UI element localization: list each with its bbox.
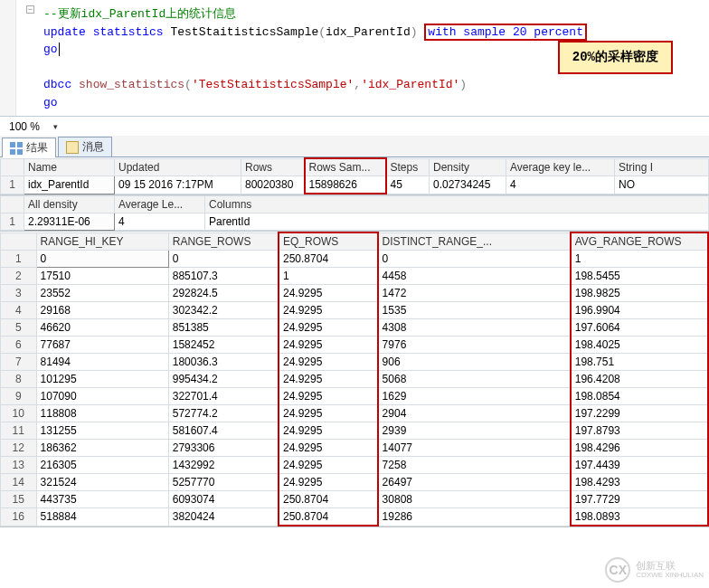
cell[interactable]: 81494 (36, 354, 168, 371)
cell[interactable]: 197.2299 (571, 405, 708, 422)
col-AvgLen[interactable]: Average Le... (115, 196, 205, 213)
cell[interactable]: 198.751 (571, 354, 708, 371)
cell[interactable]: 4308 (378, 319, 571, 337)
cell[interactable]: 198.0893 (571, 508, 708, 526)
cell[interactable]: 302342.2 (168, 302, 279, 319)
cell[interactable]: 24.9295 (279, 319, 378, 337)
table-row[interactable]: 323552292824.524.92951472198.9825 (1, 285, 709, 302)
cell[interactable]: 196.9904 (571, 302, 708, 319)
sql-editor[interactable]: − --更新idx_ParentId上的统计信息 update statisti… (0, 0, 709, 116)
cell[interactable]: 14077 (378, 440, 571, 457)
cell[interactable]: 24.9295 (279, 285, 378, 302)
cell[interactable]: 906 (378, 354, 571, 371)
cell[interactable]: 6093074 (168, 491, 279, 508)
table-row[interactable]: 781494180036.324.9295906198.751 (1, 354, 709, 371)
col-AvgKeyLen[interactable]: Average key le... (506, 158, 615, 176)
table-row[interactable]: 14321524525777024.929526497198.4293 (1, 474, 709, 491)
col-Name[interactable]: Name (24, 158, 115, 176)
table-row[interactable]: 100250.870401 (1, 251, 709, 268)
table-row[interactable]: 677687158245224.92957976198.4025 (1, 337, 709, 354)
col-Updated[interactable]: Updated (115, 158, 241, 176)
cell[interactable]: 321524 (36, 474, 168, 491)
cell[interactable]: 118808 (36, 405, 168, 422)
table-row[interactable]: 9107090322701.424.92951629198.0854 (1, 388, 709, 405)
grid3[interactable]: RANGE_HI_KEY RANGE_ROWS EQ_ROWS DISTINCT… (0, 232, 709, 527)
col-RowsSampled[interactable]: Rows Sam... (305, 158, 386, 176)
cell[interactable]: 1432992 (168, 457, 279, 474)
zoom-dropdown[interactable]: 100 % ▾ (5, 119, 60, 135)
cell[interactable]: 216305 (36, 457, 168, 474)
table-row[interactable]: 11131255581607.424.92952939197.8793 (1, 422, 709, 440)
cell[interactable]: 24.9295 (279, 302, 378, 319)
col-Rows[interactable]: Rows (241, 158, 305, 176)
cell[interactable]: 7976 (378, 337, 571, 354)
cell[interactable]: 24.9295 (279, 354, 378, 371)
cell-Rows[interactable]: 80020380 (241, 176, 305, 194)
cell[interactable]: 0 (168, 251, 279, 268)
cell-Steps[interactable]: 45 (386, 176, 430, 194)
cell[interactable]: 197.6064 (571, 319, 708, 337)
cell[interactable]: 29168 (36, 302, 168, 319)
cell[interactable]: 17510 (36, 268, 168, 285)
cell[interactable]: 1 (279, 268, 378, 285)
col-EqRows[interactable]: EQ_ROWS (279, 232, 378, 251)
cell[interactable]: 1 (571, 251, 708, 268)
fold-indicator-icon[interactable]: − (26, 5, 34, 14)
cell[interactable]: 198.4025 (571, 337, 708, 354)
cell[interactable]: 24.9295 (279, 422, 378, 440)
table-row[interactable]: 13216305143299224.92957258197.4439 (1, 457, 709, 474)
tab-messages[interactable]: 消息 (58, 137, 112, 156)
cell[interactable]: 107090 (36, 388, 168, 405)
cell-Columns[interactable]: ParentId (205, 213, 709, 231)
col-StringIndex[interactable]: String I (615, 158, 709, 176)
cell[interactable]: 186362 (36, 440, 168, 457)
table-row[interactable]: 54662085138524.92954308197.6064 (1, 319, 709, 337)
cell[interactable]: 322701.4 (168, 388, 279, 405)
cell[interactable]: 77687 (36, 337, 168, 354)
cell[interactable]: 1472 (378, 285, 571, 302)
cell[interactable]: 24.9295 (279, 371, 378, 388)
tab-results[interactable]: 结果 (2, 138, 56, 157)
col-RangeHiKey[interactable]: RANGE_HI_KEY (36, 232, 168, 251)
cell[interactable]: 885107.3 (168, 268, 279, 285)
cell[interactable]: 0 (36, 251, 168, 268)
cell[interactable]: 581607.4 (168, 422, 279, 440)
cell[interactable]: 3820424 (168, 508, 279, 526)
cell[interactable]: 197.8793 (571, 422, 708, 440)
cell[interactable]: 24.9295 (279, 405, 378, 422)
table-row[interactable]: 1 idx_ParentId 09 15 2016 7:17PM 8002038… (1, 176, 709, 194)
cell[interactable]: 518884 (36, 508, 168, 526)
cell[interactable]: 198.4296 (571, 440, 708, 457)
col-DistinctRange[interactable]: DISTINCT_RANGE_... (378, 232, 571, 251)
table-row[interactable]: 12186362279330624.929514077198.4296 (1, 440, 709, 457)
cell[interactable]: 101295 (36, 371, 168, 388)
table-row[interactable]: 429168302342.224.92951535196.9904 (1, 302, 709, 319)
cell[interactable]: 7258 (378, 457, 571, 474)
cell[interactable]: 131255 (36, 422, 168, 440)
cell[interactable]: 2904 (378, 405, 571, 422)
cell[interactable]: 197.4439 (571, 457, 708, 474)
cell[interactable]: 197.7729 (571, 491, 708, 508)
grid2[interactable]: All density Average Le... Columns 1 2.29… (0, 195, 709, 232)
cell[interactable]: 250.8704 (279, 491, 378, 508)
cell-Name[interactable]: idx_ParentId (24, 176, 115, 194)
cell[interactable]: 5068 (378, 371, 571, 388)
cell[interactable]: 198.5455 (571, 268, 708, 285)
cell[interactable]: 46620 (36, 319, 168, 337)
cell[interactable]: 196.4208 (571, 371, 708, 388)
col-Columns[interactable]: Columns (205, 196, 709, 213)
cell[interactable]: 19286 (378, 508, 571, 526)
cell[interactable]: 24.9295 (279, 388, 378, 405)
cell-AvgKeyLen[interactable]: 4 (506, 176, 615, 194)
cell[interactable]: 572774.2 (168, 405, 279, 422)
cell[interactable]: 1582452 (168, 337, 279, 354)
cell-StringIdx[interactable]: NO (615, 176, 709, 194)
table-row[interactable]: 165188843820424250.870419286198.0893 (1, 508, 709, 526)
table-row[interactable]: 217510885107.314458198.5455 (1, 268, 709, 285)
cell[interactable]: 250.8704 (279, 251, 378, 268)
cell[interactable]: 198.0854 (571, 388, 708, 405)
cell[interactable]: 443735 (36, 491, 168, 508)
cell[interactable]: 24.9295 (279, 337, 378, 354)
cell[interactable]: 1535 (378, 302, 571, 319)
cell[interactable]: 2939 (378, 422, 571, 440)
